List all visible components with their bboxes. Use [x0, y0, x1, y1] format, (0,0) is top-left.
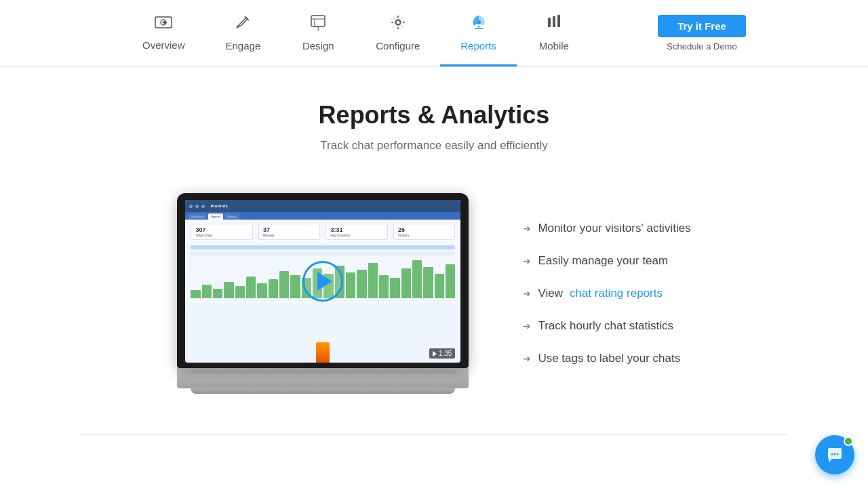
navigation: Overview Engage — [0, 0, 868, 67]
schedule-demo-link[interactable]: Schedule a Demo — [667, 41, 736, 52]
key — [297, 371, 322, 374]
screen-dot-2 — [195, 205, 199, 208]
reports-icon — [469, 14, 488, 36]
chat-bubble-icon — [825, 445, 844, 464]
chat-rating-link[interactable]: chat rating reports — [570, 287, 663, 300]
stat-box-2: 37 Missed — [258, 224, 321, 240]
svg-rect-16 — [557, 15, 560, 27]
play-triangle-icon — [317, 272, 332, 291]
keyboard-area — [177, 368, 469, 388]
arrow-icon-3: ➜ — [523, 288, 531, 299]
reports-label: Reports — [460, 40, 496, 52]
svg-point-11 — [477, 20, 481, 24]
video-timer: 1:35 — [429, 348, 455, 359]
hero-subtitle: Track chat performance easily and effici… — [0, 139, 868, 152]
laptop-video: ProProfs Dashboard Reports Settings 307 … — [177, 193, 469, 394]
stat-num-1: 307 — [195, 226, 248, 233]
chart-bar — [368, 263, 378, 298]
nav-item-configure[interactable]: Configure — [355, 0, 440, 66]
bottom-divider — [81, 434, 787, 435]
play-button[interactable] — [302, 261, 343, 302]
key — [403, 371, 429, 374]
laptop-foot — [191, 388, 455, 394]
nav-item-engage[interactable]: Engage — [205, 0, 281, 66]
key — [271, 371, 296, 374]
timer-text: 1:35 — [439, 350, 452, 357]
screen-logo: ProProfs — [210, 204, 227, 208]
feature-item-3: ➜ View chat rating reports — [523, 287, 690, 300]
key — [323, 371, 349, 374]
key-row-2 — [191, 376, 455, 380]
stat-label-1: Total Chats — [195, 233, 212, 237]
arrow-icon-2: ➜ — [523, 256, 531, 266]
feature-item-1: ➜ Monitor your visitors' activities — [523, 222, 690, 235]
key — [351, 371, 376, 374]
stat-box-3: 3:31 Avg Duration — [326, 224, 388, 240]
nav-actions: Try it Free Schedule a Demo — [644, 0, 746, 66]
chart-bar — [213, 289, 222, 298]
design-label: Design — [302, 40, 334, 52]
chat-online-indicator — [844, 436, 853, 446]
stat-label-4: Visitors — [398, 233, 409, 237]
screen-tab-2: Reports — [208, 214, 223, 220]
feature-text-4: Track hourly chat statistics — [538, 319, 673, 333]
stat-label-2: Missed — [263, 233, 274, 237]
chart-bar — [235, 286, 245, 298]
engage-label: Engage — [226, 40, 261, 52]
screen-tabs: Dashboard Reports Settings — [185, 212, 460, 220]
feature-item-2: ➜ Easily manage your team — [523, 254, 690, 268]
design-icon — [309, 14, 327, 36]
nav-item-reports[interactable]: Reports — [440, 0, 517, 66]
key — [191, 371, 216, 374]
configure-icon — [389, 14, 407, 36]
screen-stats: 307 Total Chats 37 Missed 3:31 Avg Durat… — [185, 220, 460, 243]
screen-tab-1: Dashboard — [188, 214, 207, 220]
key-row-1 — [191, 371, 455, 374]
svg-rect-14 — [548, 18, 551, 27]
svg-rect-15 — [553, 16, 555, 27]
chart-bar — [346, 272, 355, 298]
screen-dot — [189, 205, 193, 208]
chart-bar — [257, 283, 267, 298]
chart-bar — [191, 290, 200, 298]
stat-num-2: 37 — [263, 226, 316, 233]
stat-box-4: 26 Visitors — [393, 224, 456, 240]
nav-item-mobile[interactable]: Mobile — [517, 0, 591, 66]
engage-icon — [234, 14, 252, 36]
screen-topbar: ProProfs — [185, 200, 460, 212]
overview-label: Overview — [142, 39, 185, 51]
feature-text-5: Use tags to label your chats — [538, 352, 680, 365]
feature-text-2: Easily manage your team — [538, 254, 668, 268]
chart-bar — [202, 285, 212, 298]
key — [430, 371, 455, 374]
chart-bar — [446, 264, 455, 298]
chart-bar — [401, 268, 411, 298]
chart-bar — [246, 277, 256, 298]
svg-rect-5 — [311, 16, 325, 26]
features-list: ➜ Monitor your visitors' activities ➜ Ea… — [523, 222, 690, 365]
key-space — [191, 376, 349, 380]
stat-box-1: 307 Total Chats — [191, 224, 253, 240]
screen-dot-3 — [201, 205, 205, 208]
svg-point-18 — [834, 453, 836, 455]
feature-text-3: View — [538, 287, 563, 300]
laptop: ProProfs Dashboard Reports Settings 307 … — [177, 193, 469, 394]
chat-widget[interactable] — [815, 435, 854, 474]
stat-label-3: Avg Duration — [330, 233, 350, 237]
try-free-button[interactable]: Try it Free — [658, 15, 746, 37]
nav-item-overview[interactable]: Overview — [122, 0, 205, 66]
laptop-screen: ProProfs Dashboard Reports Settings 307 … — [177, 193, 469, 368]
nav-item-design[interactable]: Design — [281, 0, 355, 66]
configure-label: Configure — [376, 40, 420, 52]
key — [244, 371, 269, 374]
arrow-icon-5: ➜ — [523, 353, 531, 364]
svg-point-17 — [831, 453, 833, 455]
screen-inner: ProProfs Dashboard Reports Settings 307 … — [185, 200, 460, 363]
feature-text-1: Monitor your visitors' activities — [538, 222, 690, 235]
key-wide — [350, 376, 455, 380]
chart-bar — [423, 267, 433, 298]
key — [218, 371, 243, 374]
stat-num-3: 3:31 — [330, 226, 383, 233]
chart-bar — [379, 275, 389, 298]
key — [377, 371, 402, 374]
